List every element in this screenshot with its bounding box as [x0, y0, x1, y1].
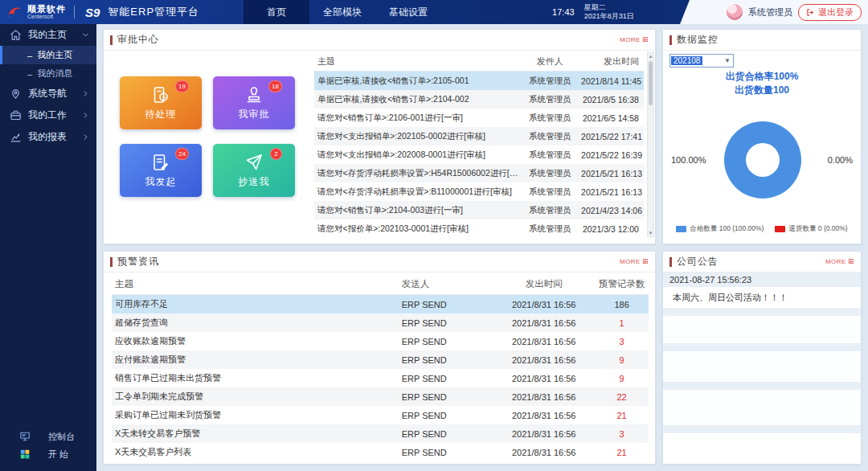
sidebar-item-0[interactable]: 我的主页 [0, 24, 96, 46]
approval-row[interactable]: 请您对<存货浮动耗损率设置>:H54R15006002进行[审核] 系统管理员 … [314, 164, 644, 182]
col-time: 发出时间 [581, 55, 644, 68]
row-count: 1 [595, 318, 649, 328]
approval-tile-1[interactable]: 我审批 18 [213, 76, 295, 129]
top-bar: 顺景软件 Centersoft S9 智能ERP管理平台 首页全部模块基础设置 … [0, 0, 868, 24]
row-time: 2021/5/21 16:13 [581, 169, 644, 178]
alert-row[interactable]: X天未转交易客户预警 ERP SEND 2021/8/31 16:56 3 [112, 424, 649, 443]
logout-button[interactable]: 退出登录 [798, 4, 862, 21]
empty-row [663, 351, 861, 382]
top-nav-item-2[interactable]: 基础设置 [375, 0, 441, 24]
sidebar-subitem-0-1[interactable]: –我的消息 [0, 64, 96, 83]
row-subject: 请您对<支出报销单>:202008-0001进行[审核] [314, 149, 518, 161]
row-sender: ERP SEND [402, 392, 493, 402]
row-sender: ERP SEND [402, 300, 493, 309]
period-dropdown[interactable]: 202108 ▼ [669, 54, 734, 68]
approval-more-link[interactable]: MORE ⊞ [620, 36, 649, 43]
donut-chart [724, 121, 801, 199]
more-label: MORE [620, 258, 641, 265]
row-subject: 请您对<销售订单>:2104-003进行[一审] [314, 205, 518, 216]
empty-row [663, 316, 861, 343]
approval-row[interactable]: 请您对<销售订单>:2104-003进行[一审] 系统管理员 2021/4/23… [314, 201, 644, 219]
approval-panel-header: 审批中心 MORE ⊞ [104, 30, 655, 51]
row-subject: 应付账款逾期预警 [112, 354, 402, 366]
alerts-more-link[interactable]: MORE ⊞ [620, 258, 649, 265]
approval-table-header: 主题 发件人 发出时间 [314, 52, 644, 72]
row-time: 2021/8/31 16:56 [493, 448, 595, 457]
tile-label: 待处理 [145, 108, 177, 121]
approval-row[interactable]: 请您对<存货浮动耗损率设置>:B11000001进行[审核] 系统管理员 202… [314, 182, 644, 201]
alert-row[interactable]: X天未交易客户列表 ERP SEND 2021/8/31 16:56 21 [112, 443, 649, 461]
row-count: 9 [595, 374, 649, 383]
row-time: 2021/8/14 11:45 [581, 76, 644, 86]
title-accent-bar [669, 257, 672, 267]
row-count: 21 [595, 448, 649, 457]
alerts-table: 主题 发送人 发出时间 预警记录数 可用库存不足 ERP SEND 2021/8… [112, 274, 649, 461]
col-sender: 发件人 [518, 55, 581, 68]
brand-name-en: Centersoft [27, 14, 66, 19]
count-badge: 19 [175, 80, 189, 92]
data-monitor-panel: 数据监控 202108 ▼ 出货合格率100% 出货数量100 100.00% … [662, 29, 862, 244]
top-nav-item-0[interactable]: 首页 [244, 0, 309, 24]
announcements-more-link[interactable]: MORE ⊞ [825, 258, 854, 265]
row-sender: 系统管理员 [518, 94, 581, 105]
tile-label: 抄送我 [239, 175, 270, 189]
row-sender: ERP SEND [402, 411, 493, 420]
sidebar-item-label: 我的工作 [28, 109, 81, 122]
approval-row[interactable]: 请您对<销售订单>:2106-001进行[一审] 系统管理员 2021/6/5 … [314, 109, 644, 127]
sidebar-subitem-label: 我的主页 [37, 49, 72, 61]
row-time: 2021/8/31 16:56 [493, 374, 595, 383]
sidebar-footer-item-1[interactable]: 开 始 [0, 445, 96, 463]
approval-table-scrollbar[interactable]: ▲ ▼ [647, 52, 654, 237]
sidebar-subitem-label: 我的消息 [37, 68, 72, 80]
sidebar-subitem-0-0[interactable]: –我的主页 [0, 46, 96, 64]
scroll-thumb[interactable] [649, 61, 653, 105]
date-block: 星期二 2021年8月31日 [584, 3, 634, 22]
approval-row[interactable]: 单据已审核,请接收<销售订单>:2104-002 系统管理员 2021/8/5 … [314, 90, 644, 109]
footer-label: 控制台 [48, 431, 75, 443]
sidebar-item-2[interactable]: 我的工作 [0, 104, 96, 126]
sidebar-item-3[interactable]: 我的报表 [0, 126, 96, 148]
approval-row[interactable]: 请您对<支出报销单>:202008-0001进行[审核] 系统管理员 2021/… [314, 145, 644, 164]
logout-label: 退出登录 [818, 6, 854, 18]
sidebar-footer-item-0[interactable]: 控制台 [0, 428, 96, 445]
row-subject: 可用库存不足 [112, 298, 402, 310]
alert-row[interactable]: 应收账款逾期预警 ERP SEND 2021/8/31 16:56 3 [112, 332, 649, 350]
row-sender: 系统管理员 [518, 76, 581, 87]
headline-qty: 出货数量100 [663, 84, 861, 97]
alert-row[interactable]: 销售订单已过期未出货预警 ERP SEND 2021/8/31 16:56 9 [112, 369, 649, 387]
sidebar-item-1[interactable]: 系统导航 [0, 83, 96, 104]
row-time: 2021/8/31 16:56 [493, 318, 595, 328]
approval-row[interactable]: 单据已审核,请接收<销售订单>:2105-001 系统管理员 2021/8/14… [314, 72, 644, 90]
alert-row[interactable]: 应付账款逾期预警 ERP SEND 2021/8/31 16:56 9 [112, 350, 649, 369]
row-time: 2021/8/31 16:56 [493, 411, 595, 420]
platform-title: 智能ERP管理平台 [108, 5, 199, 19]
row-count: 22 [595, 392, 649, 402]
announcements-panel: 公司公告 MORE ⊞ 2021-08-27 15:56:23 本周六、周日公司… [662, 251, 862, 465]
paper-plane-icon [244, 153, 264, 172]
user-avatar[interactable] [727, 4, 743, 20]
alert-row[interactable]: 可用库存不足 ERP SEND 2021/8/31 16:56 186 [112, 295, 649, 313]
col-count: 预警记录数 [595, 278, 649, 290]
alert-row[interactable]: 工令单到期未完成预警 ERP SEND 2021/8/31 16:56 22 [112, 387, 649, 406]
approval-row[interactable]: 请您对<报价单>:202103-0001进行[审核] 系统管理员 2021/3/… [314, 219, 644, 238]
announcement-item[interactable]: 2021-08-27 15:56:23 本周六、周日公司活动！！！ [663, 272, 861, 308]
approval-panel-title: 审批中心 [117, 33, 159, 47]
approval-tile-0[interactable]: 待处理 19 [120, 76, 202, 129]
top-nav-item-1[interactable]: 全部模块 [309, 0, 375, 24]
announcement-date: 2021-08-27 15:56:23 [663, 272, 861, 287]
row-subject: X天未交易客户列表 [112, 446, 402, 458]
alert-row[interactable]: 超储存货查询 ERP SEND 2021/8/31 16:56 1 [112, 313, 649, 332]
approval-row[interactable]: 请您对<支出报销单>:202105-0002进行[审核] 系统管理员 2021/… [314, 127, 644, 145]
approval-tile-2[interactable]: 我发起 24 [120, 144, 202, 197]
top-nav: 首页全部模块基础设置 [244, 0, 441, 24]
row-sender: 系统管理员 [518, 168, 581, 179]
row-subject: 单据已审核,请接收<销售订单>:2104-002 [314, 94, 518, 105]
alert-row[interactable]: 采购订单已过期未到货预警 ERP SEND 2021/8/31 16:56 21 [112, 406, 649, 424]
approval-tile-3[interactable]: 抄送我 2 [213, 144, 295, 197]
row-time: 2021/6/5 14:58 [581, 113, 644, 123]
chevron-down-icon [81, 31, 90, 39]
legend-label: 退货数量 0 (0.00%) [788, 224, 847, 234]
scroll-down-arrow[interactable]: ▼ [648, 231, 653, 236]
count-badge: 24 [175, 148, 189, 160]
scroll-up-arrow[interactable]: ▲ [648, 54, 653, 59]
